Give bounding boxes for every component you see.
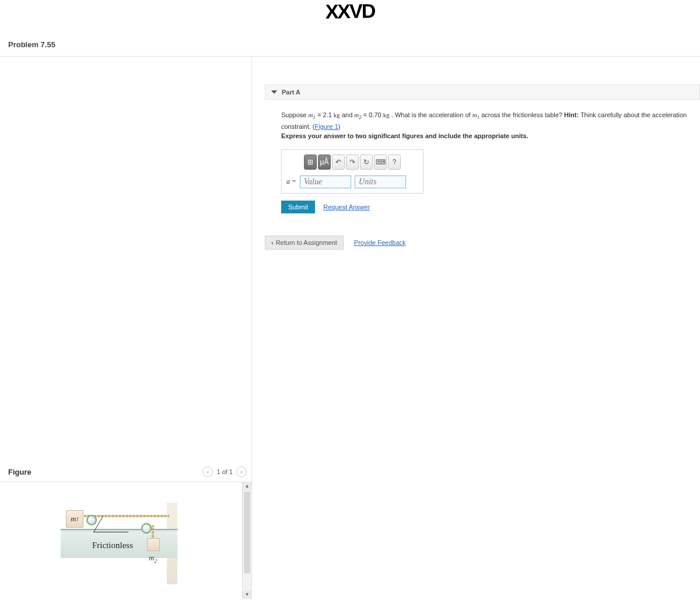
answer-box: ⊞ μÅ ↶ ↷ ↻ ⌨ ? a =: [281, 149, 424, 194]
provide-feedback-link[interactable]: Provide Feedback: [354, 239, 406, 246]
answer-instruction: Express your answer to two significant f…: [281, 132, 528, 139]
return-to-assignment-button[interactable]: Return to Assignment: [265, 236, 344, 250]
units-input[interactable]: [355, 176, 406, 188]
figure-heading: Figure: [8, 468, 32, 476]
undo-tool[interactable]: ↶: [332, 155, 345, 170]
keyboard-tool[interactable]: ⌨: [374, 155, 387, 170]
part-label: Part A: [282, 89, 300, 96]
help-tool[interactable]: ?: [388, 155, 401, 170]
reset-tool[interactable]: ↻: [360, 155, 373, 170]
mass2-label: m2: [149, 553, 157, 564]
figure-prev-button[interactable]: ‹: [202, 466, 213, 477]
mass1-block: m1: [66, 510, 83, 528]
problem-statement: Suppose m1 = 2.1 kg and m2 = 0.70 kg . W…: [265, 100, 700, 143]
caret-down-icon: [271, 90, 277, 94]
scroll-up-button[interactable]: ▲: [243, 482, 251, 490]
figure-canvas: m1 m2 Frictionless: [0, 482, 242, 599]
scroll-thumb[interactable]: [244, 492, 250, 573]
problem-title: Problem 7.55: [0, 23, 700, 57]
templates-tool[interactable]: ⊞: [304, 155, 317, 170]
value-input[interactable]: [300, 176, 351, 188]
pulley-icon: [141, 523, 152, 534]
left-column: Figure ‹ 1 of 1 › m1: [0, 57, 252, 599]
figure-next-button[interactable]: ›: [236, 466, 247, 477]
scroll-down-button[interactable]: ▼: [243, 591, 251, 599]
symbols-tool[interactable]: μÅ: [318, 155, 331, 170]
frictionless-label: Frictionless: [92, 541, 133, 550]
submit-button[interactable]: Submit: [281, 201, 315, 213]
mass2-block: [147, 538, 160, 551]
figure-1-link[interactable]: Figure 1: [314, 123, 338, 130]
part-a-header[interactable]: Part A: [265, 85, 700, 100]
figure-pager: 1 of 1: [216, 468, 233, 475]
right-column: Part A Suppose m1 = 2.1 kg and m2 = 0.70…: [252, 57, 700, 599]
pulley-icon: [86, 515, 97, 525]
figure-scrollbar[interactable]: ▲ ▼: [242, 482, 251, 599]
redo-tool[interactable]: ↷: [346, 155, 359, 170]
variable-label: a =: [286, 177, 296, 186]
request-answer-link[interactable]: Request Answer: [323, 204, 370, 210]
